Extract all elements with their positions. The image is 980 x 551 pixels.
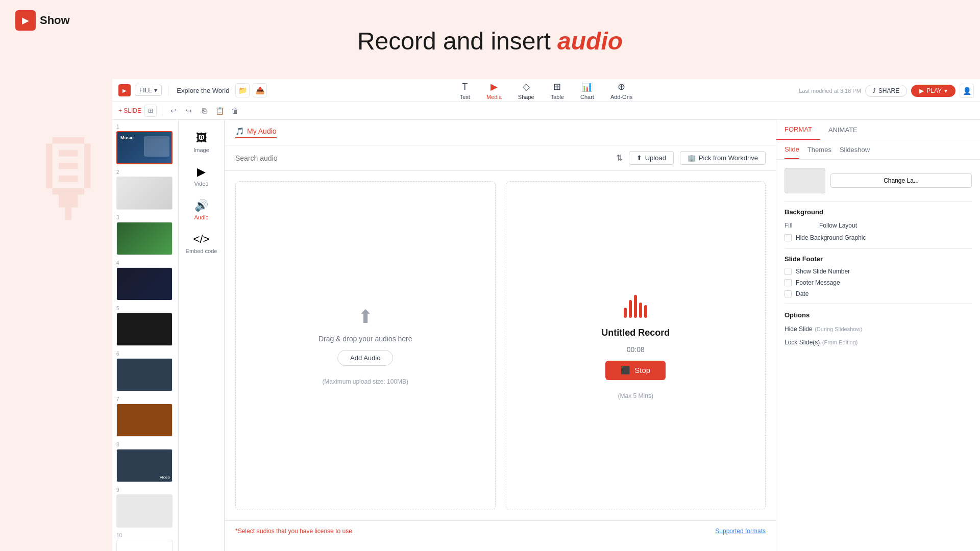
slide-thumb-5[interactable]	[116, 313, 173, 346]
addons-icon: ⊕	[618, 81, 625, 92]
play-button[interactable]: ▶ PLAY ▾	[911, 85, 955, 97]
slide-thumb-6[interactable]	[116, 358, 173, 391]
change-layout-button[interactable]: Change La...	[830, 173, 972, 188]
undo-button[interactable]: ↩	[167, 105, 180, 117]
bar-4	[639, 303, 642, 318]
divider-2	[785, 248, 972, 249]
show-slide-number-label: Show Slide Number	[796, 268, 850, 275]
lock-slide-sub: (From Editing)	[822, 339, 858, 345]
slide-thumb-2[interactable]	[116, 177, 173, 210]
date-label: Date	[796, 290, 808, 297]
toolbar-divider-2	[162, 106, 162, 116]
workdrive-button[interactable]: 🏢 Pick from Workdrive	[680, 151, 766, 165]
image-icon: 🖼	[196, 132, 207, 145]
format-tab[interactable]: FORMAT	[776, 120, 820, 140]
slide-view-toggle[interactable]: ⊞	[144, 105, 157, 117]
slide-thumb-10[interactable]	[116, 540, 173, 551]
toolbar-brand-icon: ▶	[118, 84, 131, 96]
right-panel-tabs: FORMAT ANIMATE	[776, 120, 980, 140]
options-section-title: Options	[785, 311, 972, 319]
footer-message-row: Footer Message	[785, 279, 972, 286]
slide-thumb-3[interactable]	[116, 222, 173, 255]
slide-item-1[interactable]: 1 Music	[116, 124, 174, 164]
hide-background-row: Hide Background Graphic	[785, 234, 972, 241]
themes-subtab[interactable]: Themes	[807, 140, 831, 159]
slide-panel: 1 Music 2 3 4 5 6 7	[112, 120, 179, 551]
fill-value: Follow Layout	[819, 222, 972, 229]
slide-item-7[interactable]: 7	[116, 396, 174, 437]
slide-item-4[interactable]: 4	[116, 260, 174, 300]
image-media-item[interactable]: 🖼 Image	[181, 128, 222, 157]
search-actions: ⇅ ⬆ Upload 🏢 Pick from Workdrive	[616, 151, 766, 165]
share-button[interactable]: ⤴ SHARE	[865, 85, 907, 97]
slide-item-6[interactable]: 6	[116, 351, 174, 391]
page-header: ▶ Show Record and insert audio 🎙	[0, 0, 980, 82]
slide-thumb-8[interactable]: Video	[116, 449, 173, 482]
text-tool-button[interactable]: T Text	[453, 80, 477, 102]
background-section-title: Background	[785, 208, 972, 216]
upload-button[interactable]: ⬆ Upload	[629, 151, 674, 165]
slide-item-5[interactable]: 5	[116, 306, 174, 346]
animate-tab[interactable]: ANIMATE	[820, 120, 866, 140]
shape-tool-button[interactable]: ◇ Shape	[511, 79, 542, 102]
search-audio-input[interactable]	[235, 154, 611, 162]
filter-button[interactable]: ⇅	[616, 153, 623, 163]
page-title: Record and insert audio	[357, 27, 623, 55]
slide-thumb-1[interactable]: Music	[116, 131, 173, 164]
hide-background-label: Hide Background Graphic	[796, 234, 866, 241]
show-slide-number-checkbox[interactable]	[785, 268, 792, 275]
slide-item-2[interactable]: 2	[116, 169, 174, 210]
music-note-icon: 🎵	[235, 127, 244, 135]
add-audio-button[interactable]: Add Audio	[337, 350, 393, 366]
page-title-highlight: audio	[557, 28, 623, 55]
delete-button[interactable]: 🗑	[229, 105, 241, 117]
slide-subtab[interactable]: Slide	[785, 140, 799, 159]
embed-media-item[interactable]: </> Embed code	[181, 229, 222, 258]
slide-thumb-7[interactable]	[116, 404, 173, 437]
video-media-item[interactable]: ▶ Video	[181, 161, 222, 191]
logo-icon: ▶	[15, 10, 36, 31]
lock-slide-row: Lock Slide(s) (From Editing)	[785, 337, 972, 346]
bar-3	[634, 295, 637, 318]
date-checkbox[interactable]	[785, 290, 792, 297]
slide-thumb-9[interactable]	[116, 494, 173, 528]
slide-item-8[interactable]: 8 Video	[116, 442, 174, 482]
export-icon-button[interactable]: 📤	[253, 83, 267, 97]
shape-icon: ◇	[523, 81, 530, 92]
right-panel-content: Change La... Background Fill Follow Layo…	[776, 160, 980, 359]
add-slide-button[interactable]: + SLIDE	[118, 107, 141, 114]
redo-button[interactable]: ↪	[183, 105, 195, 117]
slideshow-subtab[interactable]: Slideshow	[840, 140, 870, 159]
footer-message-checkbox[interactable]	[785, 279, 792, 286]
slide-thumb-4[interactable]	[116, 267, 173, 300]
chart-tool-button[interactable]: 📊 Chart	[573, 79, 601, 102]
media-sidebar: 🖼 Image ▶ Video 🔊 Audio </> Embed code	[179, 120, 225, 551]
slide-item-9[interactable]: 9	[116, 487, 174, 528]
upload-icon: ⬆	[636, 154, 642, 162]
media-tool-button[interactable]: ▶ Media	[479, 79, 509, 102]
audio-media-item[interactable]: 🔊 Audio	[181, 195, 222, 224]
addons-tool-button[interactable]: ⊕ Add-Ons	[603, 79, 640, 102]
stop-button[interactable]: ⬛ Stop	[605, 361, 666, 380]
file-button[interactable]: FILE ▾	[135, 85, 162, 96]
record-time: 00:08	[627, 345, 645, 354]
slide-item-10[interactable]: 10	[116, 533, 174, 551]
paste-button[interactable]: 📋	[213, 105, 226, 117]
supported-formats-link[interactable]: Supported formats	[715, 528, 766, 535]
share-icon: ⤴	[873, 87, 876, 94]
divider-3	[785, 304, 972, 304]
copy-button[interactable]: ⎘	[198, 105, 210, 117]
slide-controls-toolbar: + SLIDE ⊞ ↩ ↪ ⎘ 📋 🗑	[112, 102, 980, 120]
my-audio-tab[interactable]: 🎵 My Audio	[235, 127, 277, 138]
slide-item-3[interactable]: 3	[116, 215, 174, 255]
table-tool-button[interactable]: ⊞ Table	[544, 79, 571, 102]
bar-1	[624, 308, 627, 318]
right-panel-subtabs: Slide Themes Slideshow	[776, 140, 980, 160]
user-avatar-button[interactable]: 👤	[960, 84, 974, 98]
folder-icon-button[interactable]: 📁	[235, 83, 250, 97]
hide-background-checkbox[interactable]	[785, 234, 792, 241]
drag-drop-text: Drag & drop your audios here	[318, 335, 412, 343]
date-row: Date	[785, 290, 972, 297]
audio-modal-header: 🎵 My Audio	[225, 120, 776, 145]
right-panel: FORMAT ANIMATE Slide Themes Slideshow Ch…	[776, 120, 980, 551]
